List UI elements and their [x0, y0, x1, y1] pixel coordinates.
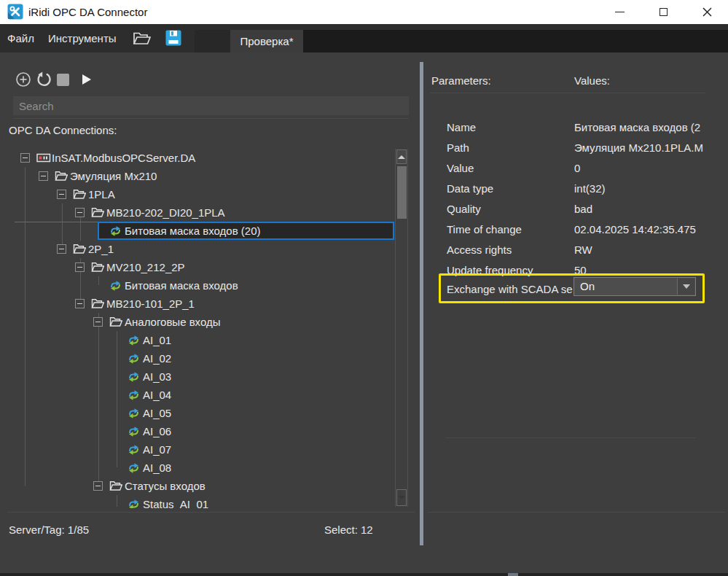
tree-node[interactable]: 2P_1 — [15, 240, 394, 258]
tree-node[interactable]: AI_04 — [15, 386, 394, 404]
status-select-count: Select: 12 — [324, 524, 373, 536]
param-row: Value0 — [428, 159, 728, 179]
tag-exchange-icon — [128, 335, 140, 346]
tree-node[interactable]: AI_02 — [15, 349, 394, 367]
tree-node[interactable]: Битовая маска входов (20) — [15, 222, 394, 240]
tag-exchange-icon — [109, 225, 122, 237]
menu-file[interactable]: Файл — [7, 24, 34, 52]
expander-collapse-icon[interactable] — [75, 262, 85, 272]
folder-icon — [109, 480, 122, 491]
divider — [446, 437, 696, 438]
divider — [7, 512, 415, 513]
tag-exchange-icon — [128, 353, 140, 365]
tab-strip: Проверка* — [195, 30, 728, 52]
tree-node[interactable]: AI_06 — [15, 422, 394, 440]
tree-node-label: Status_AI_01 — [143, 498, 208, 508]
expander-collapse-icon[interactable] — [93, 317, 103, 327]
splitter-handle[interactable] — [508, 573, 518, 576]
search-input[interactable] — [13, 96, 409, 115]
refresh-icon — [36, 71, 52, 87]
app-logo-icon — [7, 4, 23, 20]
tree-node[interactable]: AI_07 — [15, 440, 394, 459]
param-label: Value — [447, 162, 474, 174]
tree-node[interactable]: MB210-101_2P_1 — [15, 295, 394, 313]
refresh-button[interactable] — [36, 71, 52, 90]
tree-heading: OPC DA Connections: — [9, 124, 117, 136]
tree-node[interactable]: InSAT.ModbusOPCServer.DA — [15, 149, 394, 167]
expander-collapse-icon[interactable] — [20, 153, 30, 163]
folder-open-icon — [133, 31, 151, 46]
param-label: Time of change — [447, 223, 522, 236]
param-value: Эмуляция Мх210.1PLA.М — [574, 141, 720, 154]
tree-node[interactable]: AI_03 — [15, 367, 394, 386]
tree-node-label: 2P_1 — [88, 243, 114, 255]
title-bar: iRidi OPC DA Connector — [0, 0, 728, 24]
expander-collapse-icon[interactable] — [57, 190, 66, 199]
tree-node[interactable]: Статусы входов — [15, 477, 394, 495]
close-icon — [702, 7, 712, 17]
tree-node-label: AI_02 — [143, 352, 171, 365]
expander-collapse-icon[interactable] — [57, 244, 66, 254]
tree-node[interactable]: 1PLA — [15, 185, 394, 203]
expander-collapse-icon[interactable] — [93, 481, 103, 491]
tree-node[interactable]: MV210_212_2P — [15, 258, 394, 276]
save-button[interactable] — [165, 30, 181, 48]
scrollbar-up-icon[interactable] — [396, 149, 407, 164]
expander-collapse-icon[interactable] — [39, 171, 48, 181]
tree-node[interactable]: AI_05 — [15, 404, 394, 422]
tree-node[interactable]: AI_01 — [15, 331, 394, 349]
param-label: Quality — [447, 203, 481, 215]
tree-node[interactable]: Status_AI_01 — [15, 495, 394, 508]
folder-icon — [73, 244, 86, 254]
tree-node-label: MV210_212_2P — [106, 261, 185, 273]
tree-node-label: AI_01 — [143, 334, 171, 346]
param-label: Path — [447, 141, 469, 154]
tab-slot-empty[interactable] — [195, 30, 230, 52]
tree-node-label: Эмуляция Мх210 — [70, 170, 157, 182]
app-window: iRidi OPC DA Connector Файл Инструменты — [0, 0, 728, 576]
divider — [430, 93, 705, 93]
tab-proverka[interactable]: Проверка* — [230, 30, 303, 52]
maximize-button[interactable] — [644, 0, 682, 24]
tag-exchange-icon — [128, 462, 140, 474]
tree-scrollbar[interactable] — [395, 149, 408, 507]
params-header: Parameters: — [431, 74, 491, 87]
tree-node-label: Битовая маска входов — [125, 279, 238, 292]
add-connection-button[interactable] — [15, 71, 31, 90]
tree-node[interactable]: MB210-202_DI20_1PLA — [15, 203, 394, 222]
stop-button[interactable] — [57, 74, 69, 86]
panel-splitter[interactable] — [420, 62, 423, 545]
param-value: Битовая маска входов (2 — [574, 121, 720, 133]
tree-node-label: AI_07 — [143, 443, 171, 456]
tree-node-label: AI_05 — [143, 407, 171, 419]
tag-exchange-icon — [128, 389, 140, 401]
tree-node-label: AI_04 — [143, 389, 171, 401]
open-folder-button[interactable] — [133, 31, 151, 48]
param-row: Qualitybad — [428, 200, 728, 220]
param-row: Time of change02.04.2025 14:42:35.475 — [428, 220, 728, 241]
tree-node[interactable]: Битовая маска входов — [15, 276, 394, 295]
close-button[interactable] — [686, 0, 728, 24]
folder-icon — [91, 298, 104, 309]
expander-collapse-icon[interactable] — [75, 299, 85, 308]
menu-tools[interactable]: Инструменты — [48, 24, 117, 52]
tree-node[interactable]: Эмуляция Мх210 — [15, 167, 394, 185]
tree-node-label: MB210-202_DI20_1PLA — [106, 206, 225, 219]
param-value: int(32) — [574, 182, 720, 195]
tag-exchange-icon — [128, 408, 140, 419]
scrollbar-down-icon[interactable] — [396, 489, 407, 506]
tree-node-label: Статусы входов — [125, 480, 206, 492]
param-value: 02.04.2025 14:42:35.475 — [574, 223, 720, 236]
param-value: bad — [574, 203, 720, 215]
divider — [13, 118, 409, 119]
scrollbar-thumb[interactable] — [397, 166, 407, 219]
folder-icon — [91, 262, 104, 273]
tree-node[interactable]: Аналоговые входы — [15, 313, 394, 331]
opc-tree: InSAT.ModbusOPCServer.DAЭмуляция Мх2101P… — [15, 149, 409, 508]
param-value: 0 — [574, 162, 720, 174]
divider — [428, 512, 725, 513]
tree-node[interactable]: AI_08 — [15, 459, 394, 477]
expander-collapse-icon[interactable] — [75, 208, 85, 217]
play-button[interactable] — [82, 74, 91, 85]
minimize-button[interactable] — [600, 0, 638, 24]
